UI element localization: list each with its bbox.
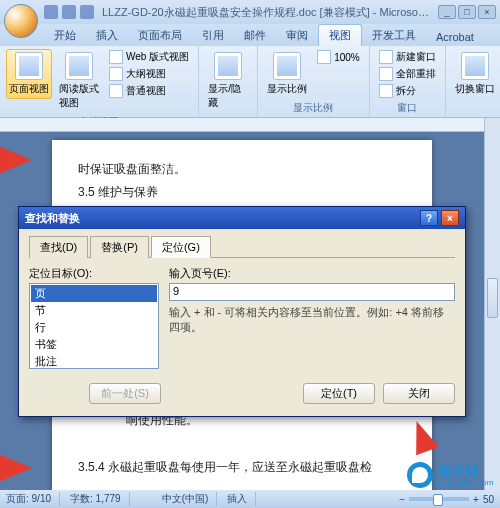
doc-line: 时保证吸盘面整洁。 (78, 158, 406, 181)
tab-acrobat[interactable]: Acrobat (426, 28, 484, 46)
showhide-button[interactable]: 显示/隐藏 (205, 49, 251, 113)
zoom-button[interactable]: 显示比例 (264, 49, 310, 99)
tab-replace-label: 替换(P) (101, 241, 138, 253)
page-number-input[interactable]: 9 (169, 283, 455, 301)
tab-view[interactable]: 视图 (318, 24, 362, 46)
magnifier-icon (273, 52, 301, 80)
qat-save-icon[interactable] (44, 5, 58, 19)
group-title-window: 窗口 (376, 99, 439, 115)
office-button[interactable] (4, 4, 38, 38)
group-title-zoom: 显示比例 (264, 99, 363, 115)
status-wordcount[interactable]: 字数: 1,779 (70, 492, 130, 506)
watermark-name: 鹿大师 (437, 464, 494, 478)
dialog-title: 查找和替换 (25, 211, 80, 226)
zoom-100-label: 100% (334, 52, 360, 63)
switch-window-button[interactable]: 切换窗口 (452, 49, 498, 99)
split-label: 拆分 (396, 84, 416, 98)
doc-line: 3.5.4 永磁起重吸盘每使用一年，应送至永磁起重吸盘检 (78, 456, 406, 479)
target-label: 定位目标(O): (29, 266, 159, 281)
showhide-label: 显示/隐藏 (208, 82, 248, 110)
tab-find-label: 查找(D) (40, 241, 77, 253)
status-page[interactable]: 页面: 9/10 (6, 492, 60, 506)
ribbon-group-window: 新建窗口 全部重排 拆分 窗口 (370, 46, 446, 117)
outline-label: 大纲视图 (126, 67, 166, 81)
maximize-button[interactable]: □ (458, 5, 476, 19)
zoom-level[interactable]: 50 (483, 494, 494, 505)
qat-redo-icon[interactable] (80, 5, 94, 19)
tab-goto[interactable]: 定位(G) (151, 236, 211, 258)
reading-layout-button[interactable]: 阅读版式视图 (56, 49, 102, 113)
switch-label: 切换窗口 (455, 82, 495, 96)
draft-button[interactable]: 普通视图 (106, 83, 192, 99)
window-controls: _ □ × (438, 5, 496, 19)
split-button[interactable]: 拆分 (376, 83, 439, 99)
minimize-button[interactable]: _ (438, 5, 456, 19)
tab-references[interactable]: 引用 (192, 25, 234, 46)
arrange-all-button[interactable]: 全部重排 (376, 66, 439, 82)
split-icon (379, 84, 393, 98)
tab-replace[interactable]: 替换(P) (90, 236, 149, 258)
web-layout-button[interactable]: Web 版式视图 (106, 49, 192, 65)
watermark-logo-icon (407, 462, 433, 488)
group-title-showhide (205, 113, 251, 115)
page-number-label: 输入页号(E): (169, 266, 455, 281)
new-window-label: 新建窗口 (396, 50, 436, 64)
list-item[interactable]: 节 (31, 302, 157, 319)
arrange-label: 全部重排 (396, 67, 436, 81)
tab-insert[interactable]: 插入 (86, 25, 128, 46)
close-dialog-button[interactable]: 关闭 (383, 383, 455, 404)
outline-button[interactable]: 大纲视图 (106, 66, 192, 82)
quick-access-toolbar (44, 5, 94, 19)
draft-label: 普通视图 (126, 84, 166, 98)
tab-home[interactable]: 开始 (44, 25, 86, 46)
web-icon (109, 50, 123, 64)
outline-icon (109, 67, 123, 81)
ribbon-tabs: 开始 插入 页面布局 引用 邮件 审阅 视图 开发工具 Acrobat (0, 24, 500, 46)
dialog-tabs: 查找(D) 替换(P) 定位(G) (29, 235, 455, 258)
list-item[interactable]: 页 (31, 285, 157, 302)
book-icon (65, 52, 93, 80)
switch-icon (461, 52, 489, 80)
status-language[interactable]: 中文(中国) (162, 492, 218, 506)
zoom-in-button[interactable]: + (473, 494, 479, 505)
vertical-scrollbar[interactable] (484, 118, 500, 490)
dialog-close-button[interactable]: × (441, 210, 459, 226)
draft-icon (109, 84, 123, 98)
ribbon-group-showhide: 显示/隐藏 (199, 46, 258, 117)
print-layout-label: 页面视图 (9, 82, 49, 96)
goto-button[interactable]: 定位(T) (303, 383, 375, 404)
zoom-out-button[interactable]: − (399, 494, 405, 505)
title-bar: LLZZ-GD-20永磁起重吸盘安全操作规程.doc [兼容模式] - Micr… (0, 0, 500, 24)
watermark: 鹿大师 ludashiwj.com (407, 462, 494, 488)
tab-developer[interactable]: 开发工具 (362, 25, 426, 46)
zoom-slider[interactable] (409, 497, 469, 501)
close-button[interactable]: × (478, 5, 496, 19)
window-icon (379, 50, 393, 64)
horizontal-ruler[interactable] (0, 118, 484, 132)
list-item[interactable]: 书签 (31, 336, 157, 353)
tab-mailings[interactable]: 邮件 (234, 25, 276, 46)
goto-target-listbox[interactable]: 页 节 行 书签 批注 脚注 (29, 283, 159, 369)
watermark-url: ludashiwj.com (437, 478, 494, 487)
qat-undo-icon[interactable] (62, 5, 76, 19)
scroll-thumb[interactable] (487, 278, 498, 318)
list-item[interactable]: 批注 (31, 353, 157, 369)
ribbon-group-switch: 切换窗口 (446, 46, 500, 117)
find-replace-dialog: 查找和替换 ? × 查找(D) 替换(P) 定位(G) 定位目标(O): 页 节… (18, 206, 466, 417)
tab-pagelayout[interactable]: 页面布局 (128, 25, 192, 46)
zoom-100-button[interactable]: 100% (314, 49, 363, 65)
window-title: LLZZ-GD-20永磁起重吸盘安全操作规程.doc [兼容模式] - Micr… (94, 5, 438, 20)
annotation-arrow-icon (0, 146, 32, 174)
dialog-help-button[interactable]: ? (420, 210, 438, 226)
ribbon: 页面视图 阅读版式视图 Web 版式视图 大纲视图 普通视图 文档视图 显示/隐… (0, 46, 500, 118)
status-insert-mode[interactable]: 插入 (227, 492, 256, 506)
tab-find[interactable]: 查找(D) (29, 236, 88, 258)
print-layout-button[interactable]: 页面视图 (6, 49, 52, 99)
tab-review[interactable]: 审阅 (276, 25, 318, 46)
list-item[interactable]: 行 (31, 319, 157, 336)
new-window-button[interactable]: 新建窗口 (376, 49, 439, 65)
100-icon (317, 50, 331, 64)
ribbon-group-zoom: 显示比例 100% 显示比例 (258, 46, 370, 117)
dialog-titlebar[interactable]: 查找和替换 ? × (19, 207, 465, 229)
annotation-arrow-icon (0, 454, 32, 482)
